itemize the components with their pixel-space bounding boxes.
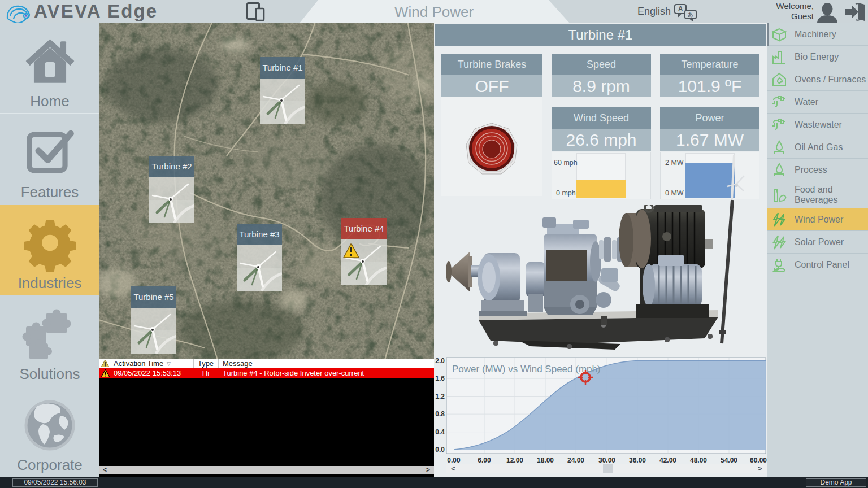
svg-text:0.0: 0.0 — [435, 446, 445, 454]
svg-text:0.00: 0.00 — [447, 456, 461, 464]
svg-text:0.4: 0.4 — [435, 428, 445, 436]
svg-text:2.0: 2.0 — [435, 357, 445, 365]
svg-text:Power (MW) vs Wind Speed (mph): Power (MW) vs Wind Speed (mph) — [452, 364, 601, 374]
svg-text:18.00: 18.00 — [537, 456, 554, 464]
svg-text:12.00: 12.00 — [506, 456, 523, 464]
svg-text:あ: あ — [688, 11, 693, 18]
svg-text:6.00: 6.00 — [478, 456, 491, 464]
svg-text:0.8: 0.8 — [435, 410, 445, 418]
svg-text:48.00: 48.00 — [690, 456, 707, 464]
svg-text:24.00: 24.00 — [567, 456, 584, 464]
svg-text:54.00: 54.00 — [721, 456, 737, 464]
svg-text:30.00: 30.00 — [598, 456, 615, 464]
svg-text:36.00: 36.00 — [629, 456, 646, 464]
svg-text:1.6: 1.6 — [435, 374, 445, 382]
svg-text:42.00: 42.00 — [659, 456, 676, 464]
svg-text:1.2: 1.2 — [435, 393, 445, 400]
svg-text:A: A — [678, 5, 683, 13]
svg-text:60.00: 60.00 — [750, 456, 767, 464]
